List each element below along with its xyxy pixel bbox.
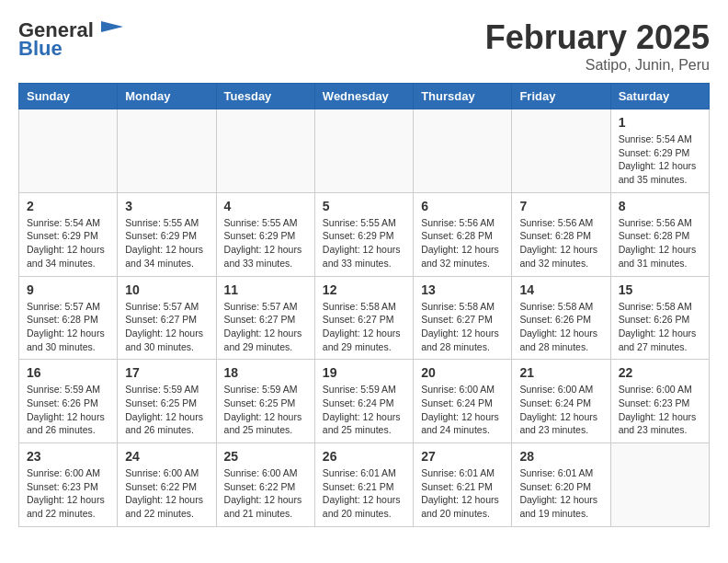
month-title: February 2025 — [485, 18, 710, 57]
day-info: Sunrise: 5:59 AMSunset: 6:24 PMDaylight:… — [323, 383, 405, 437]
day-info: Sunrise: 6:01 AMSunset: 6:20 PMDaylight:… — [519, 466, 602, 521]
day-number: 17 — [125, 365, 208, 380]
col-header-tuesday: Tuesday — [216, 84, 314, 109]
day-number: 25 — [224, 449, 307, 464]
day-info: Sunrise: 5:57 AMSunset: 6:28 PMDaylight:… — [27, 300, 109, 354]
day-info: Sunrise: 5:55 AMSunset: 6:29 PMDaylight:… — [323, 216, 405, 270]
day-number: 14 — [519, 282, 602, 297]
day-number: 1 — [619, 115, 701, 130]
calendar-cell: 20Sunrise: 6:00 AMSunset: 6:24 PMDayligh… — [414, 360, 512, 443]
day-number: 19 — [323, 365, 405, 380]
calendar-body: 1Sunrise: 5:54 AMSunset: 6:29 PMDaylight… — [19, 109, 710, 527]
day-number: 26 — [323, 449, 405, 464]
calendar-cell — [19, 109, 118, 193]
day-info: Sunrise: 5:59 AMSunset: 6:25 PMDaylight:… — [125, 383, 208, 437]
svg-marker-0 — [101, 21, 123, 32]
calendar-cell: 15Sunrise: 5:58 AMSunset: 6:26 PMDayligh… — [610, 276, 709, 360]
calendar-cell: 19Sunrise: 5:59 AMSunset: 6:24 PMDayligh… — [314, 360, 413, 443]
calendar-cell: 24Sunrise: 6:00 AMSunset: 6:22 PMDayligh… — [118, 443, 216, 527]
day-number: 9 — [27, 282, 109, 297]
calendar-cell: 2Sunrise: 5:54 AMSunset: 6:29 PMDaylight… — [19, 192, 118, 276]
calendar-cell — [610, 443, 709, 527]
day-info: Sunrise: 5:58 AMSunset: 6:27 PMDaylight:… — [421, 300, 504, 354]
week-row-4: 16Sunrise: 5:59 AMSunset: 6:26 PMDayligh… — [19, 360, 710, 443]
calendar-cell — [314, 109, 413, 193]
calendar-cell: 7Sunrise: 5:56 AMSunset: 6:28 PMDaylight… — [512, 192, 610, 276]
day-number: 11 — [224, 282, 307, 297]
day-info: Sunrise: 5:55 AMSunset: 6:29 PMDaylight:… — [224, 216, 307, 270]
day-number: 8 — [619, 199, 701, 213]
day-info: Sunrise: 5:56 AMSunset: 6:28 PMDaylight:… — [519, 216, 602, 270]
day-number: 21 — [519, 365, 602, 380]
day-info: Sunrise: 5:56 AMSunset: 6:28 PMDaylight:… — [619, 216, 701, 270]
day-number: 23 — [27, 449, 109, 464]
day-info: Sunrise: 6:00 AMSunset: 6:24 PMDaylight:… — [519, 383, 602, 437]
day-number: 2 — [27, 199, 109, 213]
day-number: 3 — [125, 199, 208, 213]
day-number: 18 — [224, 365, 307, 380]
day-number: 16 — [27, 365, 109, 380]
day-info: Sunrise: 6:01 AMSunset: 6:21 PMDaylight:… — [323, 466, 405, 521]
col-header-saturday: Saturday — [610, 84, 709, 109]
days-of-week-row: SundayMondayTuesdayWednesdayThursdayFrid… — [19, 84, 710, 109]
calendar-cell: 3Sunrise: 5:55 AMSunset: 6:29 PMDaylight… — [118, 192, 216, 276]
day-info: Sunrise: 5:55 AMSunset: 6:29 PMDaylight:… — [125, 216, 208, 270]
calendar-cell: 22Sunrise: 6:00 AMSunset: 6:23 PMDayligh… — [610, 360, 709, 443]
col-header-wednesday: Wednesday — [314, 84, 413, 109]
day-number: 28 — [519, 449, 602, 464]
day-number: 7 — [519, 199, 602, 213]
day-info: Sunrise: 6:00 AMSunset: 6:22 PMDaylight:… — [224, 466, 307, 521]
week-row-2: 2Sunrise: 5:54 AMSunset: 6:29 PMDaylight… — [19, 192, 710, 276]
day-number: 12 — [323, 282, 405, 297]
day-number: 13 — [421, 282, 504, 297]
calendar-cell: 14Sunrise: 5:58 AMSunset: 6:26 PMDayligh… — [512, 276, 610, 360]
logo-blue-text: Blue — [18, 37, 63, 61]
page-header: General Blue February 2025 Satipo, Junin… — [18, 18, 710, 74]
calendar-cell: 6Sunrise: 5:56 AMSunset: 6:28 PMDaylight… — [414, 192, 512, 276]
calendar-cell: 5Sunrise: 5:55 AMSunset: 6:29 PMDaylight… — [314, 192, 413, 276]
calendar-cell — [216, 109, 314, 193]
day-number: 10 — [125, 282, 208, 297]
calendar-cell — [118, 109, 216, 193]
day-info: Sunrise: 5:54 AMSunset: 6:29 PMDaylight:… — [619, 132, 701, 187]
calendar-cell: 23Sunrise: 6:00 AMSunset: 6:23 PMDayligh… — [19, 443, 118, 527]
calendar-cell: 8Sunrise: 5:56 AMSunset: 6:28 PMDaylight… — [610, 192, 709, 276]
logo: General Blue — [18, 18, 123, 61]
day-info: Sunrise: 5:59 AMSunset: 6:25 PMDaylight:… — [224, 383, 307, 437]
day-number: 15 — [619, 282, 701, 297]
day-info: Sunrise: 6:00 AMSunset: 6:22 PMDaylight:… — [125, 466, 208, 521]
calendar-cell: 28Sunrise: 6:01 AMSunset: 6:20 PMDayligh… — [512, 443, 610, 527]
col-header-monday: Monday — [118, 84, 216, 109]
week-row-3: 9Sunrise: 5:57 AMSunset: 6:28 PMDaylight… — [19, 276, 710, 360]
col-header-thursday: Thursday — [414, 84, 512, 109]
calendar-cell: 25Sunrise: 6:00 AMSunset: 6:22 PMDayligh… — [216, 443, 314, 527]
day-info: Sunrise: 5:58 AMSunset: 6:26 PMDaylight:… — [519, 300, 602, 354]
calendar-cell — [512, 109, 610, 193]
day-info: Sunrise: 5:56 AMSunset: 6:28 PMDaylight:… — [421, 216, 504, 270]
calendar-cell: 11Sunrise: 5:57 AMSunset: 6:27 PMDayligh… — [216, 276, 314, 360]
day-number: 6 — [421, 199, 504, 213]
logo-flag-icon — [97, 19, 123, 40]
week-row-1: 1Sunrise: 5:54 AMSunset: 6:29 PMDaylight… — [19, 109, 710, 193]
calendar-cell: 13Sunrise: 5:58 AMSunset: 6:27 PMDayligh… — [414, 276, 512, 360]
location: Satipo, Junin, Peru — [485, 57, 710, 74]
calendar-cell: 26Sunrise: 6:01 AMSunset: 6:21 PMDayligh… — [314, 443, 413, 527]
calendar-cell: 9Sunrise: 5:57 AMSunset: 6:28 PMDaylight… — [19, 276, 118, 360]
day-info: Sunrise: 5:54 AMSunset: 6:29 PMDaylight:… — [27, 216, 109, 270]
day-number: 27 — [421, 449, 504, 464]
day-info: Sunrise: 5:57 AMSunset: 6:27 PMDaylight:… — [224, 300, 307, 354]
calendar-cell: 17Sunrise: 5:59 AMSunset: 6:25 PMDayligh… — [118, 360, 216, 443]
calendar-header: SundayMondayTuesdayWednesdayThursdayFrid… — [19, 84, 710, 109]
calendar-cell: 10Sunrise: 5:57 AMSunset: 6:27 PMDayligh… — [118, 276, 216, 360]
day-info: Sunrise: 6:00 AMSunset: 6:23 PMDaylight:… — [619, 383, 701, 437]
day-info: Sunrise: 5:57 AMSunset: 6:27 PMDaylight:… — [125, 300, 208, 354]
day-info: Sunrise: 5:59 AMSunset: 6:26 PMDaylight:… — [27, 383, 109, 437]
title-block: February 2025 Satipo, Junin, Peru — [485, 18, 710, 74]
calendar-cell: 21Sunrise: 6:00 AMSunset: 6:24 PMDayligh… — [512, 360, 610, 443]
day-info: Sunrise: 5:58 AMSunset: 6:27 PMDaylight:… — [323, 300, 405, 354]
calendar-cell — [414, 109, 512, 193]
day-number: 20 — [421, 365, 504, 380]
col-header-sunday: Sunday — [19, 84, 118, 109]
day-info: Sunrise: 6:01 AMSunset: 6:21 PMDaylight:… — [421, 466, 504, 521]
day-info: Sunrise: 6:00 AMSunset: 6:24 PMDaylight:… — [421, 383, 504, 437]
